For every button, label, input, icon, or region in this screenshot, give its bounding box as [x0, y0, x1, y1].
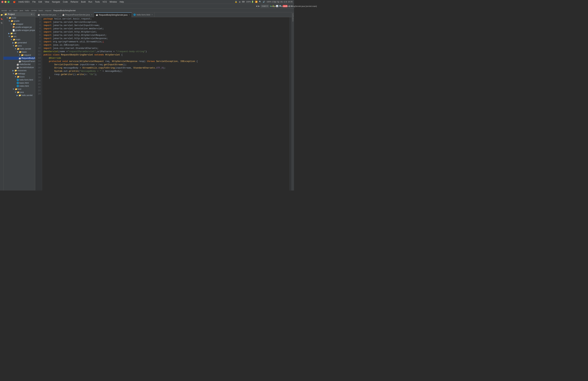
tree-build[interactable]: ▼ 📂 build: [3, 16, 35, 20]
editor-area: ☕ HelloServlet.java × ☕ RequestParamServ…: [35, 12, 292, 190]
minimize-button[interactable]: ●: [4, 1, 6, 3]
code-line-17: @Override: [43, 56, 288, 60]
code-line-23: resp.getWriter().write(s: "Ok");: [43, 73, 288, 76]
toolbar-back[interactable]: ◀: [256, 5, 257, 7]
tree-out[interactable]: ▶ 📁 out: [3, 32, 35, 35]
project-icon[interactable]: 📁: [0, 13, 3, 16]
menu-navigate[interactable]: Navigate: [52, 1, 60, 3]
editor-gutter-right: [290, 17, 292, 190]
code-editor[interactable]: 1 2 3 4 5 6 7 8 9 10 11 12 13 14 15 16 1…: [35, 17, 292, 190]
close-button[interactable]: ●: [1, 1, 3, 3]
sidebar-header: 📁 Project ⚙ −: [3, 12, 35, 16]
notifications-label[interactable]: Notifications: [292, 13, 294, 22]
tree-requestparam[interactable]: ☕ RequestParamServlet: [3, 60, 35, 63]
sidebar-collapse[interactable]: −: [33, 13, 34, 15]
structure-icon[interactable]: 🏗: [0, 22, 3, 24]
tree-hello-servlet[interactable]: ▼ 📂 hello.servlet: [3, 47, 35, 50]
code-line-12: import java.nio.charset.StandardCharsets…: [43, 47, 288, 50]
tab-requestbody[interactable]: ☕ RequestBodyStringServlet.java ×: [94, 12, 132, 17]
tree-test-java[interactable]: ▼ 📂 java: [3, 91, 35, 94]
project-sidebar: 📁 Project ⚙ − ▼ 📂 build ▼ 📂 gradle ▼ 📂 w…: [3, 12, 35, 190]
code-line-9: import org.springframework.util.StreamUt…: [43, 40, 288, 43]
datetime: 100% 12월 2일 (토) 오전 10:35: [267, 0, 293, 3]
code-line-24: }: [43, 76, 288, 79]
tree-gradle-props[interactable]: 📄 gradle-wrapper.properties: [3, 29, 35, 32]
close-tab-requestbody[interactable]: ×: [129, 14, 130, 16]
code-line-22: System.out.println("messageBody = " + me…: [43, 69, 288, 73]
tree-main[interactable]: ▼ 📂 main: [3, 38, 35, 41]
tree-gradle[interactable]: ▼ 📂 gradle: [3, 20, 35, 22]
system-menu-bar: ● ● ● 🍎 IntelliJ IDEA File Edit View Nav…: [0, 0, 294, 4]
close-tab-helloservlet[interactable]: ×: [58, 14, 59, 16]
menu-refactor[interactable]: Refactor: [70, 1, 78, 3]
apple-menu[interactable]: 🍎: [13, 1, 16, 3]
sidebar-title: Project: [8, 13, 15, 16]
tree-test[interactable]: ▼ 📂 test: [3, 88, 35, 91]
code-line-20: ServletInputStream inputStream = req.get…: [43, 63, 288, 66]
menu-file[interactable]: File: [32, 1, 36, 3]
tree-hello-form[interactable]: 🌐 hello-form.html: [3, 78, 35, 81]
maximize-button[interactable]: ●: [8, 1, 10, 3]
tab-helloservlet[interactable]: ☕ HelloServlet.java ×: [36, 12, 61, 17]
tab-requestparam[interactable]: ☕ RequestParamServlet.java ×: [61, 12, 94, 17]
tree-basic2[interactable]: ▼ 📂 basic: [3, 75, 35, 78]
menu-run[interactable]: Run: [88, 1, 92, 3]
tree-wrapper[interactable]: ▼ 📂 wrapper: [3, 22, 35, 26]
code-line-14: @WebServlet(name ="requestParamServlet",…: [43, 50, 288, 53]
code-line-18: protected void service(HttpServletReques…: [43, 60, 288, 63]
tree-requestbody[interactable]: ☕ RequestBodyStringServlet: [3, 57, 35, 60]
sidebar-config[interactable]: ⚙: [31, 13, 32, 15]
tree-resources[interactable]: ▶ 📁 resources: [3, 69, 35, 72]
code-line-15: public class RequestBodyStringServlet ex…: [43, 53, 288, 56]
menu-tools[interactable]: Tools: [95, 1, 100, 3]
line-numbers: 1 2 3 4 5 6 7 8 9 10 11 12 13 14 15 16 1…: [35, 17, 42, 190]
tree-webapp[interactable]: ▼ 📂 webapp: [3, 72, 35, 75]
close-tab-helloform[interactable]: ×: [152, 14, 153, 16]
tree-helloservlet[interactable]: ☕ HelloServlet: [3, 63, 35, 66]
editor-tabs: ☕ HelloServlet.java × ☕ RequestParamServ…: [35, 12, 292, 17]
menu-view[interactable]: View: [45, 1, 49, 3]
tree-servletinitializer[interactable]: ☕ ServletInitializer: [3, 66, 35, 69]
tree-gradle-jar[interactable]: 📦 gradle-wrapper.jar: [3, 26, 35, 29]
system-tray: 🔒 🖥 ⌨ 100% 🔋 📶 🔍 🔊 100% 12월 2일 (토) 오전 10…: [235, 0, 293, 3]
code-line-11: import java.io.IOException;: [43, 43, 288, 47]
tree-generated[interactable]: ▶ 📁 generated: [3, 41, 35, 44]
menu-window[interactable]: Window: [109, 1, 117, 3]
tree-src[interactable]: ▼ 📂 src: [3, 35, 35, 38]
tree-request[interactable]: ▼ 📂 request: [3, 53, 35, 57]
menu-edit[interactable]: Edit: [39, 1, 42, 3]
menu-code[interactable]: Code: [63, 1, 68, 3]
code-line-4: import jakarta.servlet.ServletInputStrea…: [43, 24, 288, 27]
toolbar-forward[interactable]: ▶: [258, 5, 260, 7]
code-line-8: import jakarta.servlet.http.HttpServletR…: [43, 37, 288, 40]
traffic-lights: ● ● ●: [1, 1, 10, 3]
code-line-5: import jakarta.servlet.annotation.WebSer…: [43, 27, 288, 30]
toolbar-run-config[interactable]: main ▾: [261, 5, 269, 8]
left-activity-bar: 📁 🔖 🏗: [0, 12, 3, 190]
code-content[interactable]: package hello.servlet.basic.request; imp…: [42, 17, 290, 190]
menu-build[interactable]: Build: [81, 1, 86, 3]
code-line-6: import jakarta.servlet.http.HttpServlet;: [43, 30, 288, 34]
menu-help[interactable]: Help: [120, 1, 124, 3]
right-tool-bar: Notifications: [292, 12, 294, 190]
app-name[interactable]: IntelliJ IDEA: [18, 1, 30, 3]
code-line-21: String messageBody = StreamUtils.copyToS…: [43, 66, 288, 69]
code-line-1: package hello.servlet.basic.request;: [43, 17, 288, 21]
bookmarks-icon[interactable]: 🔖: [0, 18, 3, 20]
close-tab-requestparam[interactable]: ×: [91, 14, 92, 16]
tab-helloform[interactable]: 🌐 hello-form.html ×: [132, 12, 154, 17]
tree-index-html[interactable]: 🌐 index.html: [3, 85, 35, 88]
window-title: servlet – RequestBodyStringServlet.java …: [271, 5, 294, 7]
tree-test-hello[interactable]: ▶ 📁 hello.servlet: [3, 94, 35, 97]
tree-basic[interactable]: ▼ 📂 basic: [3, 50, 35, 53]
tree-basic-html[interactable]: 🌐 basic.html: [3, 81, 35, 85]
tree-java[interactable]: ▼ 📂 java: [3, 44, 35, 47]
code-line-3: import jakarta.servlet.ServletException;: [43, 21, 288, 24]
menu-vcs[interactable]: VCS: [103, 1, 107, 3]
breadcrumb: servlet › src › main › java › hello › se…: [0, 9, 294, 12]
code-line-7: import jakarta.servlet.http.HttpServletR…: [43, 34, 288, 37]
